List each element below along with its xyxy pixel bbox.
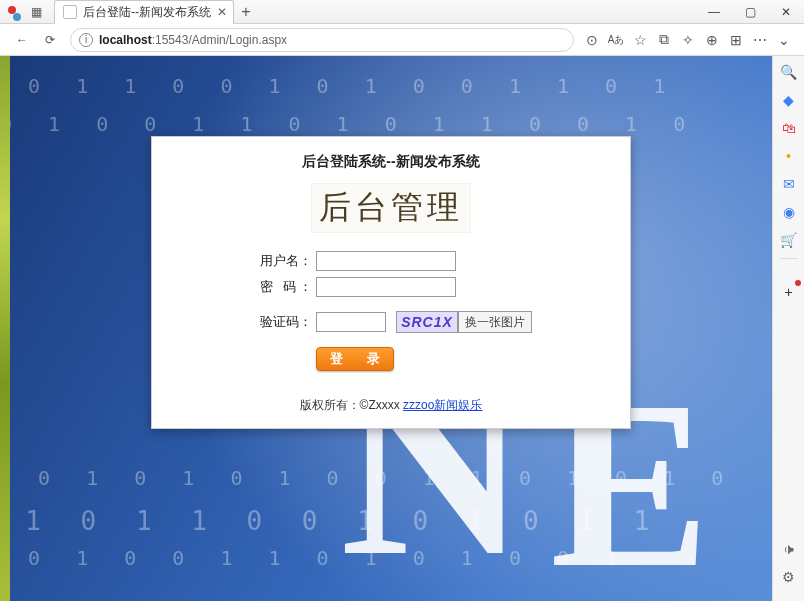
sidebar-cart-icon[interactable]: 🛒	[779, 230, 799, 250]
reload-button[interactable]: ⟳	[38, 28, 62, 52]
bg-bits: 0 1 0 0 1 1 0 1 0 1 1 0 0 1 0	[10, 112, 697, 136]
url-box[interactable]: i localhost :15543 /Admin/Login.aspx	[70, 28, 574, 52]
copyright-link[interactable]: zzzoo新闻娱乐	[403, 398, 482, 412]
tab-title: 后台登陆--新闻发布系统	[83, 4, 211, 21]
desktop-edge	[0, 56, 10, 601]
sidebar-person-icon[interactable]: •	[779, 146, 799, 166]
sidebar-settings-icon[interactable]: ⚙	[779, 567, 799, 587]
captcha-input[interactable]	[316, 312, 386, 332]
captcha-change-link[interactable]: 换一张图片	[458, 311, 532, 333]
page-viewport: 1 0 1 1 0 0 1 0 1 0 0 1 1 0 1 0 1 0 0 1 …	[10, 56, 772, 601]
close-window-button[interactable]: ✕	[768, 0, 804, 24]
collections-icon[interactable]: ⊕	[700, 28, 724, 52]
login-button[interactable]: 登 录	[316, 347, 394, 371]
admin-title: 后台管理	[311, 183, 471, 233]
site-info-icon[interactable]: i	[79, 33, 93, 47]
favorites-icon[interactable]: ✧	[676, 28, 700, 52]
tab-strip: 后台登陆--新闻发布系统 ✕ +	[54, 0, 696, 24]
bg-bits: 1 0 1 1 0 0 1 0 1 0 0 1 1 0 1	[10, 74, 677, 98]
read-aloud-icon[interactable]: Aあ	[604, 28, 628, 52]
url-host: localhost	[99, 33, 152, 47]
password-label: 密 码：	[260, 278, 316, 296]
card-title: 后台登陆系统--新闻发布系统	[176, 153, 606, 171]
url-path: /Admin/Login.aspx	[188, 33, 287, 47]
hub-icon[interactable]: ⧉	[652, 28, 676, 52]
more-icon[interactable]: ⋯	[748, 28, 772, 52]
sidebar-speaker-icon[interactable]: 🕩	[779, 539, 799, 559]
row-captcha: 验证码： SRC1X 换一张图片	[176, 311, 606, 333]
search-icon[interactable]: ⊙	[580, 28, 604, 52]
back-button[interactable]: ←	[10, 28, 34, 52]
workspaces-icon[interactable]: ▦	[26, 2, 46, 22]
login-card: 后台登陆系统--新闻发布系统 后台管理 用户名： 密 码： 验证码： SRC1X…	[151, 136, 631, 429]
favorites-star-icon[interactable]: ☆	[628, 28, 652, 52]
edge-sidebar: 🔍 ◆ 🛍 • ✉ ◉ 🛒 + 🕩 ⚙	[772, 56, 804, 601]
copyright-text: 版权所有：©Zxxxx	[300, 398, 404, 412]
sidebar-search-icon[interactable]: 🔍	[779, 62, 799, 82]
copyright: 版权所有：©Zxxxx zzzoo新闻娱乐	[176, 397, 606, 414]
page-background: 1 0 1 1 0 0 1 0 1 0 0 1 1 0 1 0 1 0 0 1 …	[10, 56, 772, 601]
profile-avatar[interactable]	[6, 4, 22, 20]
row-password: 密 码：	[176, 277, 606, 297]
address-bar: ← ⟳ i localhost :15543 /Admin/Login.aspx…	[0, 24, 804, 56]
sidebar-camera-icon[interactable]: ◉	[779, 202, 799, 222]
username-input[interactable]	[316, 251, 456, 271]
bg-bits: 1 0 1 0 0 1 1 0 1 0 1 0 0 1	[10, 546, 629, 570]
password-input[interactable]	[316, 277, 456, 297]
sidebar-add-icon[interactable]: +	[779, 282, 799, 302]
new-tab-button[interactable]: +	[234, 0, 258, 24]
extensions-icon[interactable]: ⊞	[724, 28, 748, 52]
window-controls: — ▢ ✕	[696, 0, 804, 24]
row-username: 用户名：	[176, 251, 606, 271]
page-favicon-icon	[63, 5, 77, 19]
window-titlebar: ▦ 后台登陆--新闻发布系统 ✕ + — ▢ ✕	[0, 0, 804, 24]
tab-close-icon[interactable]: ✕	[217, 5, 227, 19]
url-port: :15543	[152, 33, 189, 47]
maximize-button[interactable]: ▢	[732, 0, 768, 24]
username-label: 用户名：	[260, 252, 316, 270]
sidebar-tag-icon[interactable]: ◆	[779, 90, 799, 110]
captcha-label: 验证码：	[260, 313, 316, 331]
captcha-image[interactable]: SRC1X	[396, 311, 458, 333]
sidebar-mail-icon[interactable]: ✉	[779, 174, 799, 194]
dropdown-icon[interactable]: ⌄	[772, 28, 796, 52]
sidebar-shopping-icon[interactable]: 🛍	[779, 118, 799, 138]
tab-active[interactable]: 后台登陆--新闻发布系统 ✕	[54, 0, 234, 24]
minimize-button[interactable]: —	[696, 0, 732, 24]
